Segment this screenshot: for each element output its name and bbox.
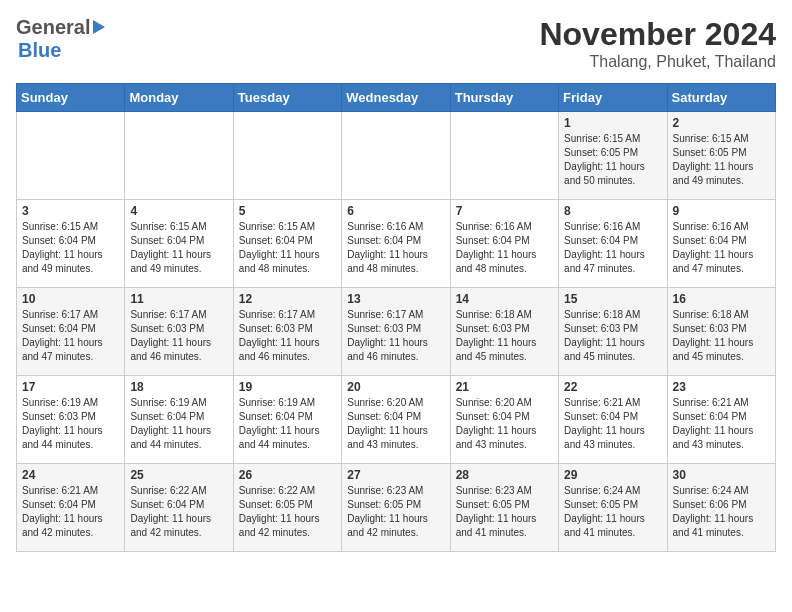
cell-info: Sunrise: 6:17 AM Sunset: 6:03 PM Dayligh… — [347, 308, 444, 364]
cell-info: Sunrise: 6:15 AM Sunset: 6:04 PM Dayligh… — [130, 220, 227, 276]
calendar-cell: 27Sunrise: 6:23 AM Sunset: 6:05 PM Dayli… — [342, 464, 450, 552]
calendar-cell: 26Sunrise: 6:22 AM Sunset: 6:05 PM Dayli… — [233, 464, 341, 552]
logo-general-text: General — [16, 16, 90, 39]
sub-title: Thalang, Phuket, Thailand — [539, 53, 776, 71]
day-number: 8 — [564, 204, 661, 218]
calendar-week-row: 1Sunrise: 6:15 AM Sunset: 6:05 PM Daylig… — [17, 112, 776, 200]
calendar-cell: 18Sunrise: 6:19 AM Sunset: 6:04 PM Dayli… — [125, 376, 233, 464]
cell-info: Sunrise: 6:24 AM Sunset: 6:05 PM Dayligh… — [564, 484, 661, 540]
calendar-cell: 13Sunrise: 6:17 AM Sunset: 6:03 PM Dayli… — [342, 288, 450, 376]
weekday-header-cell: Thursday — [450, 84, 558, 112]
day-number: 9 — [673, 204, 770, 218]
cell-info: Sunrise: 6:19 AM Sunset: 6:04 PM Dayligh… — [239, 396, 336, 452]
calendar-cell: 7Sunrise: 6:16 AM Sunset: 6:04 PM Daylig… — [450, 200, 558, 288]
calendar-cell: 8Sunrise: 6:16 AM Sunset: 6:04 PM Daylig… — [559, 200, 667, 288]
calendar-cell: 28Sunrise: 6:23 AM Sunset: 6:05 PM Dayli… — [450, 464, 558, 552]
day-number: 21 — [456, 380, 553, 394]
calendar-week-row: 17Sunrise: 6:19 AM Sunset: 6:03 PM Dayli… — [17, 376, 776, 464]
cell-info: Sunrise: 6:17 AM Sunset: 6:03 PM Dayligh… — [130, 308, 227, 364]
cell-info: Sunrise: 6:16 AM Sunset: 6:04 PM Dayligh… — [347, 220, 444, 276]
cell-info: Sunrise: 6:16 AM Sunset: 6:04 PM Dayligh… — [456, 220, 553, 276]
calendar-cell: 22Sunrise: 6:21 AM Sunset: 6:04 PM Dayli… — [559, 376, 667, 464]
calendar-cell: 3Sunrise: 6:15 AM Sunset: 6:04 PM Daylig… — [17, 200, 125, 288]
cell-info: Sunrise: 6:17 AM Sunset: 6:03 PM Dayligh… — [239, 308, 336, 364]
weekday-header-cell: Friday — [559, 84, 667, 112]
cell-info: Sunrise: 6:17 AM Sunset: 6:04 PM Dayligh… — [22, 308, 119, 364]
day-number: 20 — [347, 380, 444, 394]
cell-info: Sunrise: 6:19 AM Sunset: 6:04 PM Dayligh… — [130, 396, 227, 452]
weekday-header-cell: Tuesday — [233, 84, 341, 112]
logo-arrow-icon — [93, 20, 105, 34]
logo: General Blue — [16, 16, 105, 62]
calendar-cell — [233, 112, 341, 200]
day-number: 13 — [347, 292, 444, 306]
cell-info: Sunrise: 6:15 AM Sunset: 6:05 PM Dayligh… — [673, 132, 770, 188]
calendar-cell: 17Sunrise: 6:19 AM Sunset: 6:03 PM Dayli… — [17, 376, 125, 464]
cell-info: Sunrise: 6:18 AM Sunset: 6:03 PM Dayligh… — [564, 308, 661, 364]
day-number: 2 — [673, 116, 770, 130]
calendar-cell: 12Sunrise: 6:17 AM Sunset: 6:03 PM Dayli… — [233, 288, 341, 376]
day-number: 14 — [456, 292, 553, 306]
calendar-cell: 4Sunrise: 6:15 AM Sunset: 6:04 PM Daylig… — [125, 200, 233, 288]
calendar-body: 1Sunrise: 6:15 AM Sunset: 6:05 PM Daylig… — [17, 112, 776, 552]
day-number: 3 — [22, 204, 119, 218]
day-number: 6 — [347, 204, 444, 218]
calendar-cell: 25Sunrise: 6:22 AM Sunset: 6:04 PM Dayli… — [125, 464, 233, 552]
logo-blue-text: Blue — [18, 39, 61, 62]
day-number: 15 — [564, 292, 661, 306]
calendar-week-row: 10Sunrise: 6:17 AM Sunset: 6:04 PM Dayli… — [17, 288, 776, 376]
calendar-cell: 29Sunrise: 6:24 AM Sunset: 6:05 PM Dayli… — [559, 464, 667, 552]
cell-info: Sunrise: 6:22 AM Sunset: 6:04 PM Dayligh… — [130, 484, 227, 540]
calendar-cell: 6Sunrise: 6:16 AM Sunset: 6:04 PM Daylig… — [342, 200, 450, 288]
calendar-cell: 23Sunrise: 6:21 AM Sunset: 6:04 PM Dayli… — [667, 376, 775, 464]
calendar-cell: 10Sunrise: 6:17 AM Sunset: 6:04 PM Dayli… — [17, 288, 125, 376]
calendar-cell: 2Sunrise: 6:15 AM Sunset: 6:05 PM Daylig… — [667, 112, 775, 200]
weekday-header-cell: Wednesday — [342, 84, 450, 112]
cell-info: Sunrise: 6:18 AM Sunset: 6:03 PM Dayligh… — [456, 308, 553, 364]
day-number: 27 — [347, 468, 444, 482]
cell-info: Sunrise: 6:15 AM Sunset: 6:04 PM Dayligh… — [22, 220, 119, 276]
calendar-cell — [17, 112, 125, 200]
cell-info: Sunrise: 6:18 AM Sunset: 6:03 PM Dayligh… — [673, 308, 770, 364]
calendar-cell: 11Sunrise: 6:17 AM Sunset: 6:03 PM Dayli… — [125, 288, 233, 376]
day-number: 18 — [130, 380, 227, 394]
calendar-cell — [342, 112, 450, 200]
day-number: 30 — [673, 468, 770, 482]
calendar-cell: 14Sunrise: 6:18 AM Sunset: 6:03 PM Dayli… — [450, 288, 558, 376]
day-number: 24 — [22, 468, 119, 482]
calendar-cell: 15Sunrise: 6:18 AM Sunset: 6:03 PM Dayli… — [559, 288, 667, 376]
weekday-header-cell: Saturday — [667, 84, 775, 112]
cell-info: Sunrise: 6:15 AM Sunset: 6:05 PM Dayligh… — [564, 132, 661, 188]
cell-info: Sunrise: 6:24 AM Sunset: 6:06 PM Dayligh… — [673, 484, 770, 540]
calendar-cell: 30Sunrise: 6:24 AM Sunset: 6:06 PM Dayli… — [667, 464, 775, 552]
cell-info: Sunrise: 6:20 AM Sunset: 6:04 PM Dayligh… — [347, 396, 444, 452]
day-number: 19 — [239, 380, 336, 394]
calendar-cell: 20Sunrise: 6:20 AM Sunset: 6:04 PM Dayli… — [342, 376, 450, 464]
cell-info: Sunrise: 6:19 AM Sunset: 6:03 PM Dayligh… — [22, 396, 119, 452]
cell-info: Sunrise: 6:21 AM Sunset: 6:04 PM Dayligh… — [22, 484, 119, 540]
day-number: 4 — [130, 204, 227, 218]
day-number: 11 — [130, 292, 227, 306]
weekday-header-cell: Sunday — [17, 84, 125, 112]
calendar-table: SundayMondayTuesdayWednesdayThursdayFrid… — [16, 83, 776, 552]
calendar-week-row: 24Sunrise: 6:21 AM Sunset: 6:04 PM Dayli… — [17, 464, 776, 552]
day-number: 25 — [130, 468, 227, 482]
day-number: 5 — [239, 204, 336, 218]
calendar-cell: 5Sunrise: 6:15 AM Sunset: 6:04 PM Daylig… — [233, 200, 341, 288]
day-number: 7 — [456, 204, 553, 218]
cell-info: Sunrise: 6:23 AM Sunset: 6:05 PM Dayligh… — [456, 484, 553, 540]
calendar-cell: 21Sunrise: 6:20 AM Sunset: 6:04 PM Dayli… — [450, 376, 558, 464]
calendar-cell: 24Sunrise: 6:21 AM Sunset: 6:04 PM Dayli… — [17, 464, 125, 552]
cell-info: Sunrise: 6:15 AM Sunset: 6:04 PM Dayligh… — [239, 220, 336, 276]
page-header: General Blue November 2024 Thalang, Phuk… — [16, 16, 776, 71]
calendar-cell: 19Sunrise: 6:19 AM Sunset: 6:04 PM Dayli… — [233, 376, 341, 464]
day-number: 16 — [673, 292, 770, 306]
calendar-cell: 16Sunrise: 6:18 AM Sunset: 6:03 PM Dayli… — [667, 288, 775, 376]
day-number: 29 — [564, 468, 661, 482]
weekday-header-cell: Monday — [125, 84, 233, 112]
calendar-cell — [125, 112, 233, 200]
cell-info: Sunrise: 6:21 AM Sunset: 6:04 PM Dayligh… — [564, 396, 661, 452]
cell-info: Sunrise: 6:22 AM Sunset: 6:05 PM Dayligh… — [239, 484, 336, 540]
calendar-cell — [450, 112, 558, 200]
cell-info: Sunrise: 6:23 AM Sunset: 6:05 PM Dayligh… — [347, 484, 444, 540]
